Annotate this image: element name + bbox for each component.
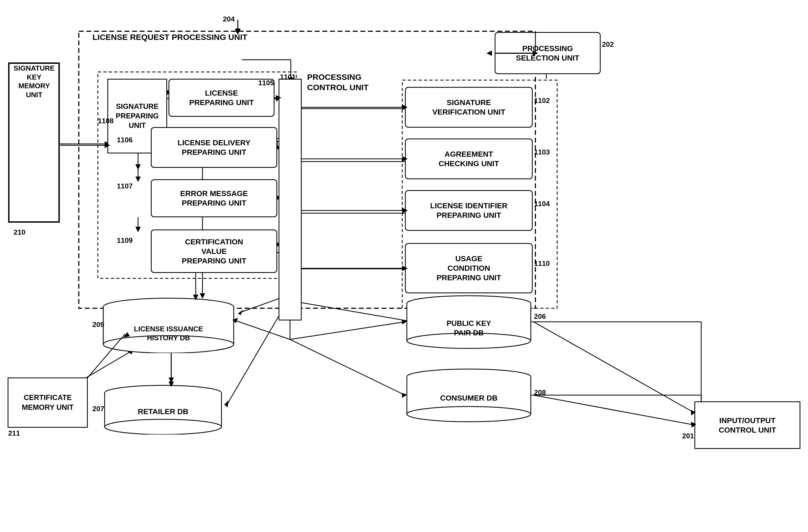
license-issuance-history-db: LICENSE ISSUANCE HISTORY DB [102,297,235,353]
svg-line-119 [533,395,694,425]
license-preparing-label: LICENSEPREPARING UNIT [189,88,254,107]
svg-point-79 [407,406,531,422]
num-204: 204 [223,15,235,23]
num-202: 202 [602,40,614,49]
svg-marker-86 [486,51,492,56]
num-210: 210 [14,228,25,236]
num-1102: 1102 [534,96,550,105]
license-request-processing-label: LICENSE REQUEST PROCESSING UNIT [92,32,247,42]
license-identifier-preparing-unit: LICENSE IDENTIFIERPREPARING UNIT [405,190,533,231]
num-208: 208 [534,388,546,397]
svg-point-66 [105,419,221,435]
num-1107: 1107 [117,182,133,190]
num-209: 209 [92,320,104,329]
svg-text:RETAILER DB: RETAILER DB [138,407,188,416]
num-207: 207 [92,405,104,413]
certification-value-preparing-unit: CERTIFICATIONVALUEPREPARING UNIT [151,229,277,273]
num-1103: 1103 [534,148,550,156]
input-output-control-unit: INPUT/OUTPUTCONTROL UNIT [694,401,801,449]
certification-value-preparing-label: CERTIFICATIONVALUEPREPARING UNIT [182,237,246,266]
svg-text:LICENSE ISSUANCE: LICENSE ISSUANCE [134,325,203,333]
svg-text:PUBLIC KEY: PUBLIC KEY [446,319,491,327]
svg-line-35 [84,352,130,379]
svg-marker-38 [168,378,174,383]
svg-text:HISTORY DB: HISTORY DB [147,334,190,342]
svg-line-111 [290,340,405,395]
error-message-preparing-unit: ERROR MESSAGEPREPARING UNIT [151,179,277,217]
signature-key-memory-label: SIGNATURE KEY MEMORY UNIT [10,64,58,99]
input-output-control-label: INPUT/OUTPUTCONTROL UNIT [719,416,776,435]
num-1108: 1108 [98,117,114,125]
processing-selection-label: PROCESSINGSELECTION UNIT [516,44,579,63]
num-1110: 1110 [534,259,550,268]
diagram-container: SIGNATURE KEY MEMORY UNIT 210 LICENSE RE… [0,0,808,532]
num-1109: 1109 [117,236,133,245]
svg-line-33 [240,299,279,312]
usage-condition-preparing-unit: USAGECONDITIONPREPARING UNIT [405,243,533,293]
num-1106: 1106 [117,136,133,144]
svg-text:CONSUMER DB: CONSUMER DB [440,394,498,402]
license-delivery-preparing-unit: LICENSE DELIVERYPREPARING UNIT [151,127,277,168]
svg-marker-125 [135,164,141,170]
num-201: 201 [682,432,694,440]
license-identifier-preparing-label: LICENSE IDENTIFIERPREPARING UNIT [430,201,508,220]
central-bus [279,79,302,320]
agreement-checking-label: AGREEMENTCHECKING UNIT [439,149,499,168]
certificate-memory-label: CERTIFICATEMEMORY UNIT [22,393,74,412]
retailer-db: RETAILER DB [103,384,223,435]
certificate-memory-unit: CERTIFICATEMEMORY UNIT [7,378,88,428]
svg-line-109 [290,322,405,340]
svg-marker-34 [238,309,243,315]
agreement-checking-unit: AGREEMENTCHECKING UNIT [405,138,533,179]
license-delivery-preparing-label: LICENSE DELIVERYPREPARING UNIT [178,138,250,157]
usage-condition-preparing-label: USAGECONDITIONPREPARING UNIT [437,254,501,282]
num-1105: 1105 [258,79,274,87]
svg-marker-127 [135,176,141,182]
svg-marker-46 [224,401,228,407]
num-1101: 1101 [280,73,296,81]
public-key-pair-db: PUBLIC KEY PAIR DB [405,294,533,349]
error-message-preparing-label: ERROR MESSAGEPREPARING UNIT [180,189,248,208]
signature-verification-unit: SIGNATUREVERIFICATION UNIT [405,87,533,128]
processing-selection-unit: PROCESSINGSELECTION UNIT [495,32,601,74]
num-1104: 1104 [534,200,550,208]
signature-preparing-label: SIGNATUREPREPARINGUNIT [116,102,159,130]
processing-control-label: PROCESSINGCONTROL UNIT [307,72,369,92]
signature-verification-label: SIGNATUREVERIFICATION UNIT [433,98,506,117]
svg-text:PAIR DB: PAIR DB [454,329,483,337]
svg-line-121 [533,322,694,413]
num-206: 206 [534,312,546,321]
svg-marker-129 [135,227,141,232]
svg-line-113 [235,320,290,340]
consumer-db: CONSUMER DB [405,368,533,422]
num-211: 211 [8,429,20,437]
